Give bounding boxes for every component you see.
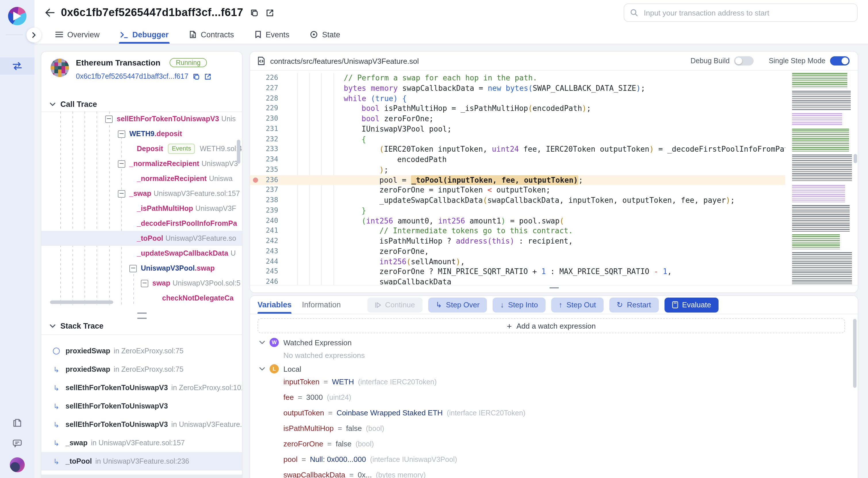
external-link-icon[interactable] [266, 8, 274, 17]
call-trace-item[interactable]: DepositEventsWETH9.sol:4 [41, 141, 242, 156]
tx-address-link[interactable]: 0x6c1fb7ef5265447d1baff3cf...f617 [76, 72, 189, 81]
line-number[interactable]: 226 [250, 73, 278, 83]
line-number[interactable]: 235 [250, 165, 278, 175]
code-line[interactable]: 239} [250, 206, 785, 216]
stack-trace-item[interactable]: ↳_swapin UniswapV3Feature.sol:157 [41, 434, 242, 452]
code-line[interactable]: 240(int256 amount0, int256 amount1) = po… [250, 216, 785, 226]
code-line[interactable]: 233(IERC20Token inputToken, uint24 fee, … [250, 145, 785, 155]
line-number[interactable]: 240 [250, 216, 278, 226]
line-number[interactable]: 230 [250, 114, 278, 124]
call-trace-item[interactable]: _normalizeRecipientUniswapV3 [41, 156, 242, 171]
variable-row[interactable]: swapCallbackData=0x...(bytes memory) [283, 467, 852, 478]
search-input[interactable] [643, 8, 851, 18]
collapse-minus-icon[interactable] [118, 190, 125, 197]
code-line[interactable]: 237zeroForOne = inputToken < outputToken… [250, 185, 785, 196]
debug-build-toggle[interactable] [734, 56, 754, 65]
sidebar-expand-button[interactable] [26, 28, 41, 42]
documents-icon[interactable] [11, 417, 23, 428]
code-line[interactable]: 241// Intermediate tokens go to this con… [250, 226, 785, 236]
code-line[interactable]: 243zeroForOne, [250, 247, 785, 257]
code-line[interactable]: 228while (true) { [250, 93, 785, 104]
code-line[interactable]: 231IUniswapV3Pool pool; [250, 124, 785, 134]
variable-row[interactable]: inputToken=WETH(interface IERC20Token) [283, 374, 852, 389]
call-trace-item[interactable]: UniswapV3Pool.swap [41, 261, 242, 276]
variable-row[interactable]: isPathMultiHop=false(bool) [283, 420, 852, 436]
variable-row[interactable]: zeroForOne=false(bool) [283, 436, 852, 452]
stack-trace-item[interactable]: ↳proxiedSwapin ZeroExProxy.sol:75 [41, 360, 242, 379]
copy-icon[interactable] [250, 8, 259, 17]
stack-trace-header[interactable]: Stack Trace [50, 322, 103, 330]
local-section[interactable]: L Local [250, 364, 852, 374]
call-trace-item[interactable]: WETH9.deposit [41, 126, 242, 141]
line-number[interactable]: 228 [250, 93, 278, 104]
sidebar-item-transactions[interactable] [0, 58, 34, 75]
line-number[interactable]: 239 [250, 206, 278, 216]
app-logo[interactable] [8, 7, 26, 25]
evaluate-button[interactable]: Evaluate [664, 297, 718, 312]
call-trace-item[interactable]: _isPathMultiHopUniswapV3F [41, 201, 242, 216]
code-line[interactable]: 245zeroForOne ? MIN_PRICE_SQRT_RATIO + 1… [250, 267, 785, 277]
code-line[interactable]: 230bool zeroForOne; [250, 114, 785, 124]
line-number[interactable]: 236 [250, 175, 278, 185]
code-resize-handle[interactable] [549, 287, 558, 292]
tab-contracts[interactable]: Contracts [189, 25, 234, 44]
variable-row[interactable]: pool=Null: 0x000...000(interface IUniswa… [283, 452, 852, 467]
code-line[interactable]: 246swapCallbackData [250, 277, 785, 286]
user-avatar[interactable] [10, 457, 25, 472]
line-number[interactable]: 231 [250, 124, 278, 134]
back-icon[interactable] [45, 8, 55, 17]
call-trace-item[interactable]: _normalizeRecipientUniswa [41, 171, 242, 186]
single-step-mode-toggle[interactable] [830, 56, 849, 65]
tab-information[interactable]: Information [302, 296, 341, 314]
tab-state[interactable]: State [310, 25, 340, 44]
step-out-button[interactable]: ↑ Step Out [551, 297, 603, 312]
line-number[interactable]: 238 [250, 195, 278, 206]
call-trace-item[interactable]: _swapUniswapV3Feature.sol:157 [41, 186, 242, 201]
continue-button[interactable]: Continue [367, 297, 423, 312]
code-line[interactable]: 244int256(sellAmount), [250, 257, 785, 267]
panel-resize-handle[interactable] [137, 313, 146, 319]
line-number[interactable]: 237 [250, 185, 278, 196]
call-trace-item[interactable]: sellEthForTokenToUniswapV3Unis [41, 111, 242, 126]
add-watch-expression[interactable]: + Add a watch expression [257, 318, 845, 333]
variable-row[interactable]: outputToken=Coinbase Wrapped Staked ETH(… [283, 405, 852, 420]
stack-trace-item[interactable]: ↳_toPoolin UniswapV3Feature.sol:236 [41, 452, 242, 471]
tab-debugger[interactable]: Debugger [120, 25, 169, 44]
code-line[interactable]: 238_updateSwapCallbackData(swapCallbackD… [250, 195, 785, 206]
code-line[interactable]: 229bool isPathMultiHop = _isPathMultiHop… [250, 104, 785, 114]
line-number[interactable]: 244 [250, 257, 278, 267]
code-line[interactable]: 235); [250, 165, 785, 175]
line-number[interactable]: 232 [250, 134, 278, 145]
call-trace-vscrollbar[interactable] [237, 139, 240, 164]
stack-trace-item[interactable]: ↳sellEthForTokenToUniswapV3in ZeroExProx… [41, 379, 242, 397]
tab-events[interactable]: Events [255, 25, 289, 44]
collapse-minus-icon[interactable] [118, 160, 125, 167]
code-line[interactable]: 226// Perform a swap for each hop in the… [250, 73, 785, 83]
line-number[interactable]: 233 [250, 145, 278, 155]
code-line[interactable]: 242isPathMultiHop ? address(this) : reci… [250, 236, 785, 247]
call-trace-header[interactable]: Call Trace [50, 100, 97, 108]
code-vscrollbar[interactable] [853, 70, 858, 286]
restart-button[interactable]: ↻ Restart [609, 297, 658, 312]
line-number[interactable]: 229 [250, 104, 278, 114]
code-line[interactable]: 227bytes memory swapCallbackData = new b… [250, 83, 785, 94]
external-link-icon[interactable] [204, 73, 212, 80]
step-into-button[interactable]: ↓ Step Into [493, 297, 546, 312]
watched-expression-section[interactable]: W Watched Expression [250, 337, 852, 348]
call-trace-item[interactable]: swapUniswapV3Pool.sol:5 [41, 276, 242, 291]
line-number[interactable]: 241 [250, 226, 278, 236]
step-over-button[interactable]: ↳ Step Over [428, 297, 487, 312]
line-number[interactable]: 234 [250, 155, 278, 165]
transaction-search[interactable] [624, 3, 858, 22]
stack-trace-item[interactable]: proxiedSwapin ZeroExProxy.sol:75 [41, 342, 242, 360]
variable-row[interactable]: fee=3000(uint24) [283, 389, 852, 405]
variables-vscrollbar[interactable] [853, 319, 857, 388]
stack-trace-item[interactable]: ↳sellEthForTokenToUniswapV3in UniswapV3F… [41, 415, 242, 434]
call-trace-item[interactable]: _toPoolUniswapV3Feature.so [41, 231, 242, 246]
line-number[interactable]: 245 [250, 267, 278, 277]
active-code-line[interactable]: 236pool = _toPool(inputToken, fee, outpu… [250, 175, 785, 185]
collapse-minus-icon[interactable] [118, 130, 125, 137]
line-number[interactable]: 242 [250, 236, 278, 247]
code-line[interactable]: 232{ [250, 134, 785, 145]
call-trace-item[interactable]: _updateSwapCallbackDataU [41, 246, 242, 261]
